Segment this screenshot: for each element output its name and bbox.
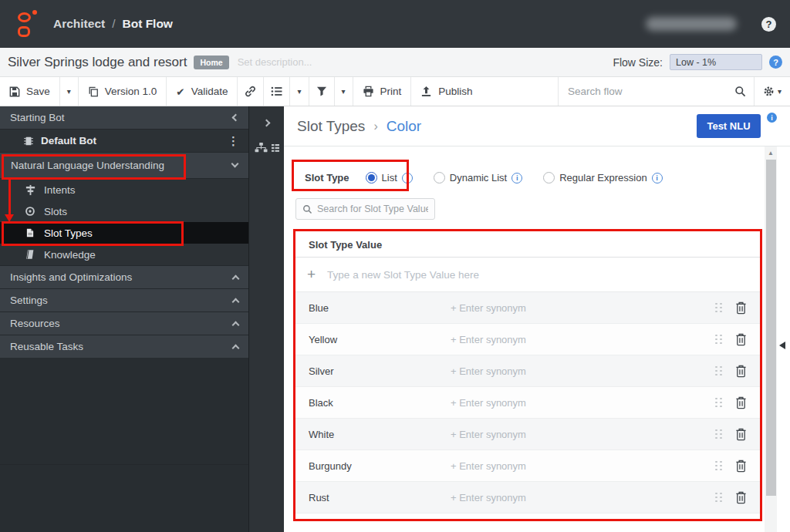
delete-value-button[interactable] (735, 365, 747, 378)
flow-view-buttons[interactable] (255, 142, 279, 153)
slots-icon (24, 206, 36, 217)
dynamic-list-info-icon[interactable]: i (511, 173, 522, 184)
flow-size-help-icon[interactable]: ? (769, 56, 782, 69)
drag-handle-icon[interactable] (715, 335, 722, 345)
sidebar-item-intents[interactable]: Intents (0, 179, 248, 200)
print-button[interactable]: Print (353, 77, 412, 106)
radio-list-label: List (382, 172, 397, 184)
vertical-scrollbar[interactable]: ▲ (765, 146, 777, 532)
search-flow-button[interactable] (727, 77, 754, 106)
flow-name: Silver Springs lodge and resort (8, 55, 187, 70)
right-panel-handle[interactable] (779, 342, 785, 349)
slot-value-text[interactable]: Burgundy (309, 460, 451, 472)
sequence-button[interactable] (264, 77, 290, 106)
drag-handle-icon[interactable] (715, 366, 722, 376)
search-flow-input[interactable] (559, 77, 727, 106)
delete-value-button[interactable] (735, 428, 747, 441)
help-button[interactable]: ? (761, 17, 776, 32)
print-icon (363, 86, 374, 97)
synonym-input[interactable]: + Enter synonym (451, 429, 715, 440)
sidebar-section-reusable-tasks[interactable]: Reusable Tasks (0, 335, 248, 358)
app-name[interactable]: Architect (53, 17, 105, 31)
starting-bot-label: Starting Bot (10, 112, 233, 123)
search-flow-group: ▾ (558, 77, 790, 106)
breadcrumb-slot-types[interactable]: Slot Types (297, 118, 365, 135)
drag-handle-icon[interactable] (715, 429, 722, 439)
synonym-input[interactable]: + Enter synonym (451, 460, 715, 472)
list-info-icon[interactable]: i (402, 173, 413, 184)
sidebar-section-resources[interactable]: Resources (0, 311, 248, 335)
sidebar-section-settings[interactable]: Settings (0, 288, 248, 311)
kebab-menu-icon[interactable]: ⋮ (225, 134, 242, 148)
sidebar-item-slots[interactable]: Slots (0, 200, 248, 222)
slot-value-text[interactable]: Yellow (309, 334, 451, 345)
delete-value-button[interactable] (735, 333, 747, 346)
set-description-field[interactable]: Set description... (238, 56, 312, 68)
radio-regex[interactable] (543, 172, 555, 184)
slots-label: Slots (44, 206, 67, 217)
filter-menu-button[interactable]: ▾ (335, 77, 353, 106)
drag-handle-icon[interactable] (715, 303, 722, 313)
trash-icon (735, 491, 747, 504)
slot-value-text[interactable]: Black (309, 397, 451, 409)
slot-value-text[interactable]: Rust (309, 492, 451, 503)
add-slot-value-row[interactable]: + Type a new Slot Type Value here (294, 258, 761, 292)
slot-value-text[interactable]: White (309, 429, 451, 440)
sidebar-item-slot-types[interactable]: Slot Types (0, 222, 248, 244)
link-icon (245, 86, 256, 97)
publish-button[interactable]: Publish (411, 77, 481, 106)
radio-dynamic-list[interactable] (434, 172, 445, 184)
drag-handle-icon[interactable] (715, 398, 722, 408)
synonym-input[interactable]: + Enter synonym (451, 492, 715, 503)
sequence-menu-button[interactable]: ▾ (290, 77, 309, 106)
regex-info-icon[interactable]: i (652, 173, 663, 184)
delete-value-button[interactable] (735, 396, 747, 409)
save-button[interactable]: Save (0, 77, 60, 106)
scrollbar-thumb[interactable] (766, 160, 776, 496)
expand-panel-button[interactable] (264, 115, 269, 129)
slot-value-search-input[interactable] (317, 204, 428, 214)
validate-button[interactable]: ✔ Validate (167, 77, 238, 106)
test-nlu-button[interactable]: Test NLU (697, 114, 761, 138)
publish-icon (420, 86, 432, 97)
chevron-up-icon (232, 275, 240, 283)
drag-handle-icon[interactable] (715, 493, 722, 503)
slot-value-row: Black + Enter synonym (294, 387, 761, 419)
slot-value-text[interactable]: Silver (309, 365, 451, 377)
save-menu-button[interactable]: ▾ (60, 77, 79, 106)
slot-value-text[interactable]: Blue (309, 302, 451, 314)
search-icon (734, 86, 746, 97)
link-button[interactable] (238, 77, 264, 106)
search-icon (302, 204, 312, 214)
sidebar-item-default-bot[interactable]: Default Bot ⋮ (0, 130, 248, 153)
settings-menu-button[interactable]: ▾ (754, 77, 790, 106)
filter-icon (316, 86, 327, 96)
delete-value-button[interactable] (735, 301, 747, 315)
chevron-up-icon (232, 298, 240, 306)
info-icon[interactable]: i (767, 113, 777, 123)
toolbar: Save ▾ Version 1.0 ✔ Validate ▾ ▾ Print … (0, 77, 790, 106)
trash-icon (735, 460, 747, 473)
sidebar-section-insights[interactable]: Insights and Optimizations (0, 265, 248, 288)
synonym-input[interactable]: + Enter synonym (451, 302, 715, 314)
table-header: Slot Type Value (294, 232, 761, 258)
version-button[interactable]: Version 1.0 (79, 77, 167, 106)
genesys-logo-icon[interactable] (17, 10, 38, 38)
insights-label: Insights and Optimizations (10, 271, 132, 283)
sidebar-section-nlu[interactable]: Natural Language Understanding (0, 153, 248, 179)
sidebar-header-starting-bot[interactable]: Starting Bot (0, 106, 248, 130)
plus-icon: + (307, 266, 316, 283)
sidebar-item-knowledge[interactable]: Knowledge (0, 244, 248, 265)
filter-button[interactable] (309, 77, 335, 106)
synonym-input[interactable]: + Enter synonym (451, 334, 715, 345)
drag-handle-icon[interactable] (715, 461, 722, 471)
trash-icon (735, 396, 747, 409)
delete-value-button[interactable] (735, 460, 747, 473)
radio-list[interactable] (366, 172, 377, 184)
home-badge: Home (194, 56, 228, 69)
slot-value-row: White + Enter synonym (294, 419, 761, 450)
synonym-input[interactable]: + Enter synonym (451, 397, 715, 409)
synonym-input[interactable]: + Enter synonym (451, 365, 715, 377)
scroll-up-button[interactable]: ▲ (765, 146, 777, 159)
delete-value-button[interactable] (735, 491, 747, 504)
